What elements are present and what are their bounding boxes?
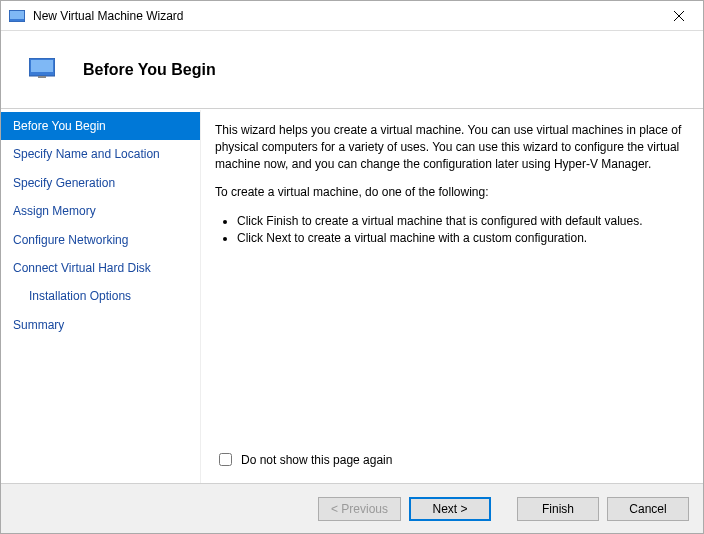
- instruction-item: Click Finish to create a virtual machine…: [237, 213, 683, 230]
- step-label: Assign Memory: [13, 204, 96, 218]
- wizard-footer: < Previous Next > Finish Cancel: [1, 483, 703, 533]
- page-title: Before You Begin: [83, 61, 216, 79]
- step-specify-generation[interactable]: Specify Generation: [1, 169, 200, 197]
- step-label: Configure Networking: [13, 233, 128, 247]
- step-label: Specify Name and Location: [13, 147, 160, 161]
- instruction-list: Click Finish to create a virtual machine…: [215, 213, 683, 247]
- step-label: Specify Generation: [13, 176, 115, 190]
- svg-rect-6: [38, 76, 46, 78]
- svg-rect-5: [31, 60, 53, 72]
- instruction-item: Click Next to create a virtual machine w…: [237, 230, 683, 247]
- step-label: Summary: [13, 318, 64, 332]
- step-label: Installation Options: [29, 289, 131, 303]
- step-specify-name-location[interactable]: Specify Name and Location: [1, 140, 200, 168]
- intro-text: This wizard helps you create a virtual m…: [215, 122, 683, 172]
- step-connect-vhd[interactable]: Connect Virtual Hard Disk: [1, 254, 200, 282]
- wizard-body: Before You Begin Specify Name and Locati…: [1, 109, 703, 483]
- checkbox-label: Do not show this page again: [241, 453, 392, 467]
- window-title: New Virtual Machine Wizard: [33, 9, 659, 23]
- monitor-icon: [29, 58, 55, 81]
- wizard-content: This wizard helps you create a virtual m…: [201, 110, 703, 483]
- cancel-button[interactable]: Cancel: [607, 497, 689, 521]
- svg-rect-1: [10, 11, 24, 19]
- step-summary[interactable]: Summary: [1, 311, 200, 339]
- dont-show-again-row[interactable]: Do not show this page again: [215, 450, 683, 475]
- step-configure-networking[interactable]: Configure Networking: [1, 226, 200, 254]
- step-before-you-begin[interactable]: Before You Begin: [1, 112, 200, 140]
- previous-button: < Previous: [318, 497, 401, 521]
- wizard-header: Before You Begin: [1, 31, 703, 109]
- app-icon: [9, 10, 25, 22]
- step-label: Before You Begin: [13, 119, 106, 133]
- dont-show-again-checkbox[interactable]: [219, 453, 232, 466]
- finish-button[interactable]: Finish: [517, 497, 599, 521]
- close-button[interactable]: [659, 2, 699, 30]
- step-installation-options[interactable]: Installation Options: [1, 282, 200, 310]
- step-assign-memory[interactable]: Assign Memory: [1, 197, 200, 225]
- next-button[interactable]: Next >: [409, 497, 491, 521]
- wizard-window: New Virtual Machine Wizard Before You Be…: [0, 0, 704, 534]
- titlebar: New Virtual Machine Wizard: [1, 1, 703, 31]
- steps-sidebar: Before You Begin Specify Name and Locati…: [1, 110, 201, 483]
- step-label: Connect Virtual Hard Disk: [13, 261, 151, 275]
- lead-text: To create a virtual machine, do one of t…: [215, 184, 683, 201]
